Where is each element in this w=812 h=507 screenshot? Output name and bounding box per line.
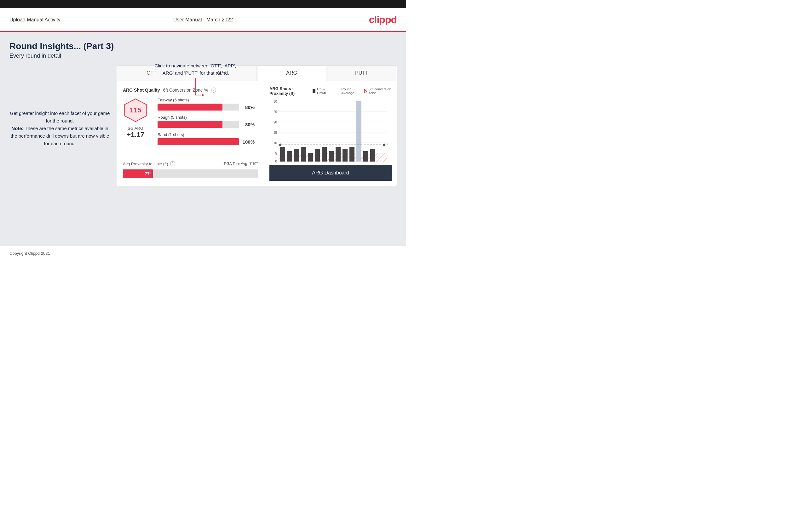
bar-11 [349,147,354,162]
upload-manual-activity-link[interactable]: Upload Manual Activity [9,17,60,23]
sand-label: Sand (1 shots) [158,132,239,137]
nav-annotation-arrow [186,78,205,100]
legend-round-avg-label: Round Average [341,87,359,95]
document-title: User Manual - March 2022 [173,17,233,23]
rough-track: 80% [158,121,239,128]
rough-pct: 80% [245,122,255,127]
header: Upload Manual Activity User Manual - Mar… [0,8,406,32]
bar-8 [328,151,334,162]
round-avg-diamond-right [383,143,386,147]
annotation-main: Get greater insight into each facet of y… [10,111,110,146]
sand-fill [158,138,239,145]
left-panel: Get greater insight into each facet of y… [9,65,110,186]
top-bar [0,0,406,8]
score-value: 115 [130,106,142,114]
chart-container: 30 25 20 15 10 5 0 [269,100,392,163]
fairway-pct: 80% [245,105,255,110]
round-avg-diamond-left [278,143,282,147]
y-label-0: 0 [275,160,277,163]
tab-arg[interactable]: ARG [257,65,326,81]
y-label-20: 20 [273,121,277,124]
sand-pct: 100% [243,139,255,145]
round-avg-value: 8 [387,143,389,147]
bar-5 [308,153,313,162]
shot-bar-rough: Rough (5 shots) 80% [158,115,239,128]
sg-arg-value: +1.17 [127,131,144,139]
proximity-label: Avg Proximity to Hole (ft) [123,162,168,166]
chart-title: ARG Shots - Proximity (ft) [269,86,308,96]
sg-arg-label: SG ARG [127,126,144,131]
y-label-15: 15 [273,131,277,134]
rough-label: Rough (5 shots) [158,115,239,120]
rough-fill [158,121,222,128]
bar-tall [356,101,361,162]
bar-1 [280,147,285,162]
bar-10 [343,149,348,162]
chart-header: ARG Shots - Proximity (ft) Up & Down Rou… [269,86,392,96]
score-section: 115 SG ARG +1.17 Fairway (5 shots) [123,98,258,150]
legend-hatch-icon [364,89,367,93]
chart-svg: 30 25 20 15 10 5 0 [269,100,392,163]
tab-putt[interactable]: PUTT [327,65,396,81]
legend-round-avg: Round Average [335,87,359,95]
proximity-section: Avg Proximity to Hole (ft) ? ↑ PGA Tour … [123,156,258,178]
proximity-help-icon[interactable]: ? [170,161,175,166]
proximity-bar-fill: 77' [123,169,153,178]
pga-avg: ↑ PGA Tour Avg: 7'10" [221,162,258,166]
bar-9 [336,147,341,162]
panel-right-section: ARG Shots - Proximity (ft) Up & Down Rou… [264,81,397,186]
y-label-10: 10 [273,142,277,145]
sg-arg-section: SG ARG +1.17 [127,126,144,139]
legend-square-icon [313,89,315,93]
proximity-value: 77' [145,171,151,176]
nav-annotation: Click to navigate between 'OTT', 'APP','… [142,62,249,100]
main-content: Round Insights... (Part 3) Every round i… [0,32,406,246]
page-title: Round Insights... (Part 3) [9,41,397,51]
bar-7 [322,147,327,162]
fairway-fill [158,104,222,111]
content-layout: Click to navigate between 'OTT', 'APP','… [9,65,397,186]
bar-4 [301,147,306,162]
legend-up-down: Up & Down [313,87,330,95]
legend-up-down-label: Up & Down [317,87,330,95]
nav-annotation-text: Click to navigate between 'OTT', 'APP','… [154,63,236,75]
shot-bars: Fairway (5 shots) 80% Rough (5 shots) [158,98,258,150]
shot-bar-sand: Sand (1 shots) 100% [158,132,239,145]
annotation-text: Get greater insight into each facet of y… [9,110,110,148]
y-label-30: 30 [273,100,277,103]
arg-dashboard-button[interactable]: ARG Dashboard [269,165,392,181]
legend-6ft-label: 6 ft conversion zone [369,87,392,95]
bar-6 [315,149,320,162]
svg-marker-0 [202,93,204,97]
bar-14 [370,149,375,162]
sand-track: 100% [158,138,239,145]
proximity-header: Avg Proximity to Hole (ft) ? ↑ PGA Tour … [123,161,258,166]
page-subtitle: Every round in detail [9,53,397,59]
bar-2 [287,151,292,162]
proximity-bar-track: 77' [123,169,258,178]
clippd-logo: clippd [369,14,397,25]
score-hexagon: 115 [123,98,148,123]
bar-3 [294,149,299,162]
bar-13 [363,151,368,162]
hexagon-container: 115 SG ARG +1.17 [123,98,148,139]
proximity-cursor [153,169,153,178]
y-label-5: 5 [275,152,277,155]
legend-dash-icon [335,91,340,91]
proximity-label-group: Avg Proximity to Hole (ft) ? [123,161,175,166]
y-label-25: 25 [273,110,277,114]
copyright-text: Copyright Clippd 2021 [9,251,50,256]
legend-6ft: 6 ft conversion zone [364,87,392,95]
fairway-track: 80% [158,104,239,111]
footer: Copyright Clippd 2021 [0,246,406,261]
